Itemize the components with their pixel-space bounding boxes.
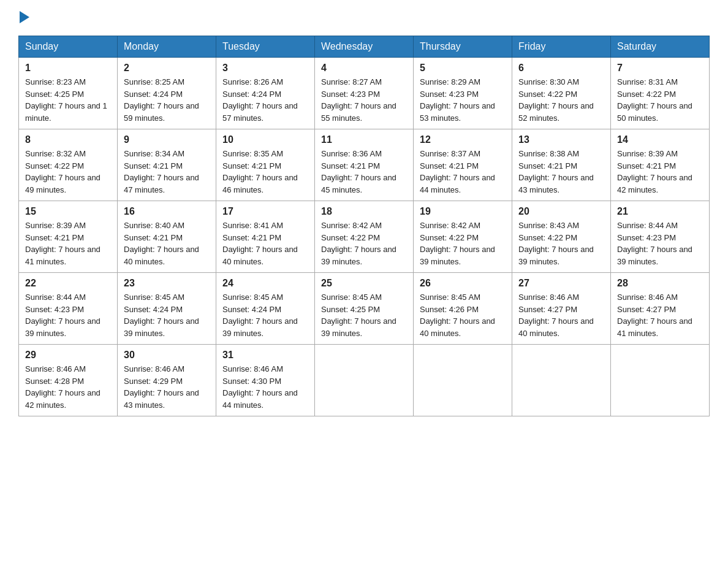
day-number: 8 [25,134,111,145]
day-number: 20 [518,206,604,217]
calendar-table: SundayMondayTuesdayWednesdayThursdayFrid… [18,36,710,416]
day-number: 30 [124,350,210,361]
day-info: Sunrise: 8:23 AMSunset: 4:25 PMDaylight:… [25,77,107,123]
day-info: Sunrise: 8:25 AMSunset: 4:24 PMDaylight:… [124,77,199,123]
day-number: 25 [321,278,407,289]
calendar-day-cell [611,345,710,416]
day-info: Sunrise: 8:26 AMSunset: 4:24 PMDaylight:… [222,77,298,123]
day-info: Sunrise: 8:38 AMSunset: 4:21 PMDaylight:… [518,149,594,194]
day-of-week-header: Wednesday [315,36,414,58]
calendar-day-cell: 15 Sunrise: 8:39 AMSunset: 4:21 PMDaylig… [19,201,118,273]
calendar-day-cell: 19 Sunrise: 8:42 AMSunset: 4:22 PMDaylig… [414,201,512,273]
day-info: Sunrise: 8:46 AMSunset: 4:30 PMDaylight:… [222,364,298,410]
day-number: 17 [222,206,308,217]
day-number: 10 [222,134,308,145]
day-of-week-header: Thursday [414,36,512,58]
day-info: Sunrise: 8:30 AMSunset: 4:22 PMDaylight:… [518,77,594,123]
day-number: 18 [321,206,407,217]
day-number: 29 [25,350,111,361]
day-info: Sunrise: 8:44 AMSunset: 4:23 PMDaylight:… [25,293,100,338]
logo-arrow-icon [20,11,29,23]
calendar-day-cell: 23 Sunrise: 8:45 AMSunset: 4:24 PMDaylig… [118,273,216,345]
calendar-day-cell: 4 Sunrise: 8:27 AMSunset: 4:23 PMDayligh… [315,58,414,129]
day-info: Sunrise: 8:40 AMSunset: 4:21 PMDaylight:… [124,221,199,266]
day-number: 23 [124,278,210,289]
day-number: 14 [617,134,703,145]
day-info: Sunrise: 8:39 AMSunset: 4:21 PMDaylight:… [617,149,692,194]
day-info: Sunrise: 8:37 AMSunset: 4:21 PMDaylight:… [420,149,495,194]
day-info: Sunrise: 8:34 AMSunset: 4:21 PMDaylight:… [124,149,199,194]
day-info: Sunrise: 8:46 AMSunset: 4:27 PMDaylight:… [617,293,692,338]
calendar-week-row: 8 Sunrise: 8:32 AMSunset: 4:22 PMDayligh… [19,129,710,201]
calendar-day-cell: 22 Sunrise: 8:44 AMSunset: 4:23 PMDaylig… [19,273,118,345]
day-number: 9 [124,134,210,145]
day-info: Sunrise: 8:45 AMSunset: 4:25 PMDaylight:… [321,293,396,338]
day-number: 31 [222,350,308,361]
day-info: Sunrise: 8:45 AMSunset: 4:24 PMDaylight:… [124,293,199,338]
day-info: Sunrise: 8:35 AMSunset: 4:21 PMDaylight:… [222,149,298,194]
calendar-day-cell [414,345,512,416]
day-of-week-header: Tuesday [216,36,315,58]
day-number: 11 [321,134,407,145]
day-info: Sunrise: 8:27 AMSunset: 4:23 PMDaylight:… [321,77,396,123]
calendar-day-cell: 18 Sunrise: 8:42 AMSunset: 4:22 PMDaylig… [315,201,414,273]
calendar-day-cell: 13 Sunrise: 8:38 AMSunset: 4:21 PMDaylig… [512,129,611,201]
day-info: Sunrise: 8:46 AMSunset: 4:28 PMDaylight:… [25,364,100,410]
calendar-day-cell: 25 Sunrise: 8:45 AMSunset: 4:25 PMDaylig… [315,273,414,345]
calendar-day-cell: 26 Sunrise: 8:45 AMSunset: 4:26 PMDaylig… [414,273,512,345]
day-number: 19 [420,206,506,217]
calendar-day-cell: 3 Sunrise: 8:26 AMSunset: 4:24 PMDayligh… [216,58,315,129]
calendar-day-cell: 10 Sunrise: 8:35 AMSunset: 4:21 PMDaylig… [216,129,315,201]
calendar-week-row: 22 Sunrise: 8:44 AMSunset: 4:23 PMDaylig… [19,273,710,345]
calendar-day-cell: 7 Sunrise: 8:31 AMSunset: 4:22 PMDayligh… [611,58,710,129]
calendar-day-cell [512,345,611,416]
day-info: Sunrise: 8:45 AMSunset: 4:24 PMDaylight:… [222,293,298,338]
day-number: 3 [222,63,308,74]
day-number: 24 [222,278,308,289]
day-info: Sunrise: 8:46 AMSunset: 4:27 PMDaylight:… [518,293,594,338]
day-info: Sunrise: 8:31 AMSunset: 4:22 PMDaylight:… [617,77,692,123]
day-of-week-header: Sunday [19,36,118,58]
calendar-day-cell: 12 Sunrise: 8:37 AMSunset: 4:21 PMDaylig… [414,129,512,201]
page-header [18,12,710,23]
calendar-day-cell: 20 Sunrise: 8:43 AMSunset: 4:22 PMDaylig… [512,201,611,273]
calendar-day-cell: 21 Sunrise: 8:44 AMSunset: 4:23 PMDaylig… [611,201,710,273]
calendar-day-cell: 28 Sunrise: 8:46 AMSunset: 4:27 PMDaylig… [611,273,710,345]
calendar-week-row: 15 Sunrise: 8:39 AMSunset: 4:21 PMDaylig… [19,201,710,273]
day-info: Sunrise: 8:39 AMSunset: 4:21 PMDaylight:… [25,221,100,266]
day-number: 12 [420,134,506,145]
day-of-week-header: Friday [512,36,611,58]
day-info: Sunrise: 8:44 AMSunset: 4:23 PMDaylight:… [617,221,692,266]
day-number: 1 [25,63,111,74]
calendar-day-cell: 16 Sunrise: 8:40 AMSunset: 4:21 PMDaylig… [118,201,216,273]
day-number: 22 [25,278,111,289]
day-info: Sunrise: 8:46 AMSunset: 4:29 PMDaylight:… [124,364,199,410]
calendar-day-cell: 31 Sunrise: 8:46 AMSunset: 4:30 PMDaylig… [216,345,315,416]
calendar-day-cell: 5 Sunrise: 8:29 AMSunset: 4:23 PMDayligh… [414,58,512,129]
day-info: Sunrise: 8:43 AMSunset: 4:22 PMDaylight:… [518,221,594,266]
day-number: 4 [321,63,407,74]
calendar-day-cell: 6 Sunrise: 8:30 AMSunset: 4:22 PMDayligh… [512,58,611,129]
calendar-day-cell: 30 Sunrise: 8:46 AMSunset: 4:29 PMDaylig… [118,345,216,416]
calendar-day-cell: 9 Sunrise: 8:34 AMSunset: 4:21 PMDayligh… [118,129,216,201]
day-number: 21 [617,206,703,217]
calendar-header-row: SundayMondayTuesdayWednesdayThursdayFrid… [19,36,710,58]
day-number: 7 [617,63,703,74]
calendar-day-cell: 29 Sunrise: 8:46 AMSunset: 4:28 PMDaylig… [19,345,118,416]
calendar-day-cell [315,345,414,416]
day-info: Sunrise: 8:45 AMSunset: 4:26 PMDaylight:… [420,293,495,338]
day-info: Sunrise: 8:29 AMSunset: 4:23 PMDaylight:… [420,77,495,123]
day-number: 28 [617,278,703,289]
day-number: 27 [518,278,604,289]
day-of-week-header: Saturday [611,36,710,58]
calendar-day-cell: 2 Sunrise: 8:25 AMSunset: 4:24 PMDayligh… [118,58,216,129]
day-of-week-header: Monday [118,36,216,58]
day-info: Sunrise: 8:42 AMSunset: 4:22 PMDaylight:… [321,221,396,266]
day-number: 5 [420,63,506,74]
calendar-day-cell: 1 Sunrise: 8:23 AMSunset: 4:25 PMDayligh… [19,58,118,129]
calendar-day-cell: 17 Sunrise: 8:41 AMSunset: 4:21 PMDaylig… [216,201,315,273]
calendar-day-cell: 27 Sunrise: 8:46 AMSunset: 4:27 PMDaylig… [512,273,611,345]
calendar-week-row: 1 Sunrise: 8:23 AMSunset: 4:25 PMDayligh… [19,58,710,129]
calendar-week-row: 29 Sunrise: 8:46 AMSunset: 4:28 PMDaylig… [19,345,710,416]
day-info: Sunrise: 8:32 AMSunset: 4:22 PMDaylight:… [25,149,100,194]
